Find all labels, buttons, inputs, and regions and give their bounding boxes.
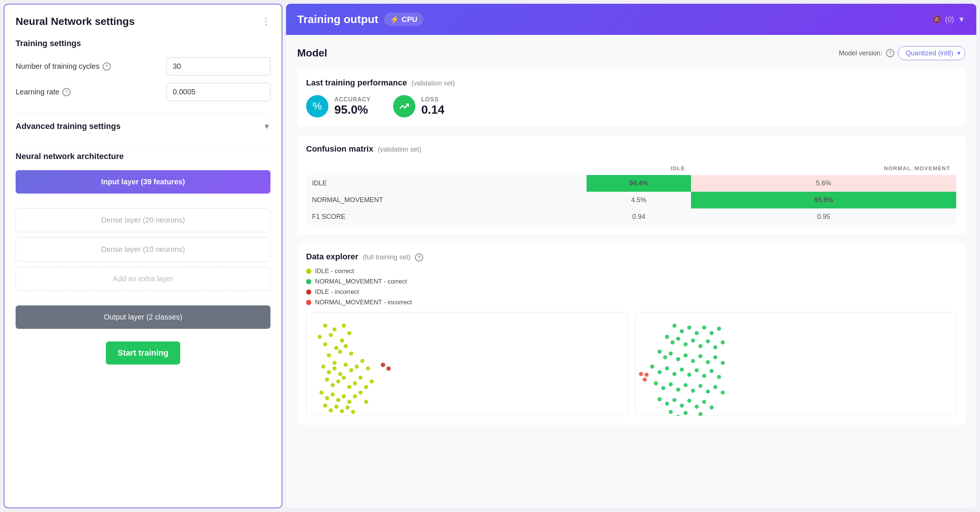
scatter-dot [650,364,654,369]
scatter-dot [654,381,658,385]
scatter-dot [353,394,357,398]
scatter-dot [323,342,327,346]
divider-1 [16,113,270,113]
performance-subtitle: (validation set) [412,80,455,87]
scatter-dot [702,400,706,404]
training-output-title: Training output [297,13,378,25]
scatter-dot [661,386,665,390]
scatter-dot [665,402,669,406]
scatter-dot [342,394,346,398]
data-explorer-title: Data explorer (full training set) ? [306,252,956,262]
scatter-dot [657,397,662,401]
scatter-dot [332,328,337,331]
input-layer-btn[interactable]: Input layer (39 features) [16,170,270,194]
scatter-dot [676,357,680,361]
scatter-dot [684,353,687,358]
col-header-normal: NORMAL_MOVEMENT [691,161,956,175]
learning-rate-input[interactable] [166,83,270,101]
scatter-dot [364,385,368,389]
scatter-dot [717,327,721,331]
scatter-dot [665,335,669,339]
right-header: Training output ⚡ CPU 🔕 (0) ▼ [286,4,976,35]
scatter-dot [321,364,325,369]
model-version-select[interactable]: Quantized (int8) [898,46,965,60]
table-row: IDLE 94.4% 5.6% [306,175,956,192]
scatter-dot [336,379,340,383]
scatter-dot [340,409,344,413]
menu-icon[interactable]: ⋮ [261,16,270,27]
version-help-icon[interactable]: ? [886,49,894,57]
scatter-dot [334,405,339,409]
scatter-dot [349,351,353,356]
scatter-dot [370,379,374,383]
scatter-dot [672,324,676,328]
scatter-dot [680,404,684,408]
cell-f1-idle: 0.94 [587,208,691,225]
dense-layer-1-btn[interactable]: Dense layer (20 neurons) [16,208,270,232]
scatter-dot [340,339,344,343]
scatter-dot [721,340,725,344]
advanced-settings-toggle[interactable]: Advanced training settings ▼ [16,121,270,131]
learning-rate-help-icon[interactable]: ? [62,88,71,96]
right-content: Model Model version: ? Quantized (int8) … [286,35,976,508]
scatter-dot [663,355,667,359]
legend-item-normal-incorrect: NORMAL_MOVEMENT - incorrect [306,299,956,306]
scatter-dot [698,384,703,388]
legend-item-idle-incorrect: IDLE - incorrect [306,288,956,296]
learning-rate-row: Learning rate ? [16,83,270,101]
num-cycles-input[interactable] [166,57,270,75]
loss-info: LOSS 0.14 [421,96,444,117]
scatter-dot [338,372,342,376]
model-version-area: Model version: ? Quantized (int8) ▼ [839,46,965,60]
scatter-dot [347,400,352,404]
notif-count: (0) [945,15,954,24]
data-explorer-subtitle: (full training set) [363,253,410,261]
num-cycles-help-icon[interactable]: ? [103,62,111,71]
start-training-button[interactable]: Start training [106,342,180,364]
scatter-chart-1 [306,312,627,416]
scatter-dot [332,361,337,365]
scatter-dot [706,339,710,343]
divider-2 [16,147,270,147]
accuracy-label: ACCURACY [334,96,371,103]
accuracy-icon: % [306,95,328,118]
dropdown-arrow-icon[interactable]: ▼ [958,15,965,24]
dense-layer-2-btn[interactable]: Dense layer (10 neurons) [16,237,270,262]
scatter-dot [353,381,357,385]
scatter-dot [672,398,676,402]
add-layer-btn[interactable]: Add an extra layer [16,267,270,291]
scatter-dot [695,331,699,335]
scatter-dot [643,377,647,382]
scatter-dot [644,373,649,377]
scatter-dot [684,411,687,415]
scatter-dot [345,405,350,409]
scatter-dot [665,366,669,370]
scatter-dot [672,372,676,376]
output-layer-btn[interactable]: Output layer (2 classes) [16,305,270,329]
data-explorer-section: Data explorer (full training set) ? IDLE… [297,243,965,425]
scatter-dot [671,340,675,344]
scatter-dot [691,416,695,416]
scatter-dot [695,368,699,372]
scatter-dot [702,326,706,329]
scatter-dot [676,388,680,392]
scatter-dot [680,367,684,372]
confusion-title: Confusion matrix (validation set) [306,144,956,154]
scatter-dot [329,333,333,337]
legend-item-idle-correct: IDLE - correct [306,267,956,275]
scatter-dot [344,363,348,367]
scatter-dot [687,326,691,329]
scatter-dot [684,383,687,387]
loss-icon [393,95,415,118]
notification-area[interactable]: 🔕 (0) ▼ [932,15,965,24]
loss-value: 0.14 [421,103,444,117]
col-header-idle: IDLE [587,161,691,175]
scatter-dot [713,385,718,389]
data-explorer-help-icon[interactable]: ? [415,253,423,262]
scatter-dot [325,377,329,382]
scatter-dot [706,360,710,364]
scatter-dot [717,375,721,379]
performance-title: Last training performance (validation se… [306,78,956,88]
scatter-dot [320,391,324,394]
scatter-dot [342,324,346,328]
